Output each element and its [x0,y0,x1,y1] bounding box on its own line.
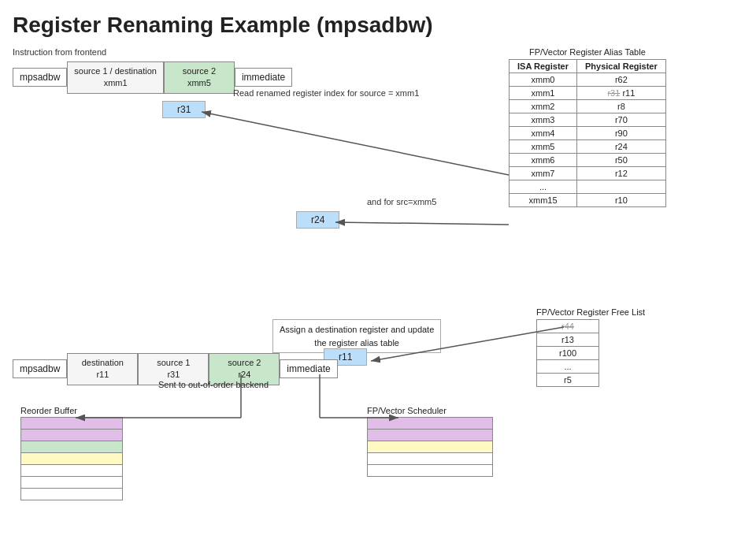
r24-box: r24 [296,211,339,229]
rat-header-isa: ISA Register [510,60,577,73]
freelist-r44: r44 [537,320,599,333]
rob-row-1 [20,417,123,430]
rat-row-xmm2: xmm2r8 [510,100,666,113]
sched-row-2 [367,429,493,441]
scheduler-container: FP/Vector Scheduler [367,406,493,477]
sent-label: Sent to out-of-order backend [158,380,269,389]
instr-src1-dst: source 1 / destinationxmm1 [67,61,164,94]
rob-title: Reorder Buffer [20,406,123,415]
rob-row-2 [20,429,123,441]
rat-row-xmm7: xmm7r12 [510,167,666,180]
rob-row-5 [20,464,123,477]
diagram: Instruction from frontend mpsadbw source… [13,47,743,543]
svg-line-2 [335,222,509,225]
assign-annot-line1: Assign a destination register and update [280,325,434,334]
instr2-immediate: immediate [280,359,337,378]
rat-row-dots: ... [510,180,666,194]
freelist-container: FP/Vector Register Free List r44 r13 r10… [536,307,645,387]
instr-src2: source 2xmm5 [164,61,235,94]
rob-container: Reorder Buffer [20,406,123,500]
instr2-dst: destinationr11 [67,353,138,385]
rob-row-6 [20,476,123,489]
rob-rows [20,418,123,500]
svg-line-1 [202,112,509,175]
freelist-dots: ... [537,360,599,374]
rat-title: FP/Vector Register Alias Table [509,47,666,57]
freelist-title: FP/Vector Register Free List [536,307,645,317]
read-annot: Read renamed register index for source =… [233,88,419,98]
rat-row-xmm4: xmm4r90 [510,127,666,140]
rat-table: ISA Register Physical Register xmm0r62 x… [509,59,666,207]
page-title: Register Renaming Example (mpsadbw) [13,13,743,38]
rat-header-phys: Physical Register [577,60,666,73]
sched-row-3 [367,441,493,453]
rob-row-4 [20,452,123,465]
rat-table-container: FP/Vector Register Alias Table ISA Regis… [509,47,666,207]
and-annot: and for src=xmm5 [367,197,436,206]
r31-box: r31 [162,101,206,118]
instr-immediate: immediate [235,68,292,87]
assign-annot-line2: the register alias table [314,338,399,348]
rat-row-xmm15: xmm15r10 [510,194,666,207]
rat-row-xmm6: xmm6r50 [510,154,666,167]
freelist-table: r44 r13 r100 ... r5 [536,319,599,387]
rob-row-7 [20,488,123,500]
sched-row-1 [367,417,493,430]
sched-row-4 [367,452,493,465]
rat-row-xmm1: xmm1r31 r11 [510,87,666,100]
scheduler-rows [367,418,493,477]
rat-row-xmm5: xmm5r24 [510,140,666,154]
freelist-r100: r100 [537,347,599,360]
rob-row-3 [20,441,123,453]
instruction-label: Instruction from frontend [13,47,106,57]
instr-mpsadbw: mpsadbw [13,68,67,87]
rat-row-xmm3: xmm3r70 [510,113,666,127]
freelist-r13: r13 [537,333,599,347]
scheduler-title: FP/Vector Scheduler [367,406,493,415]
rat-row-xmm0: xmm0r62 [510,73,666,87]
sched-row-5 [367,464,493,477]
freelist-r5: r5 [537,374,599,387]
instr2-mpsadbw: mpsadbw [13,359,67,378]
